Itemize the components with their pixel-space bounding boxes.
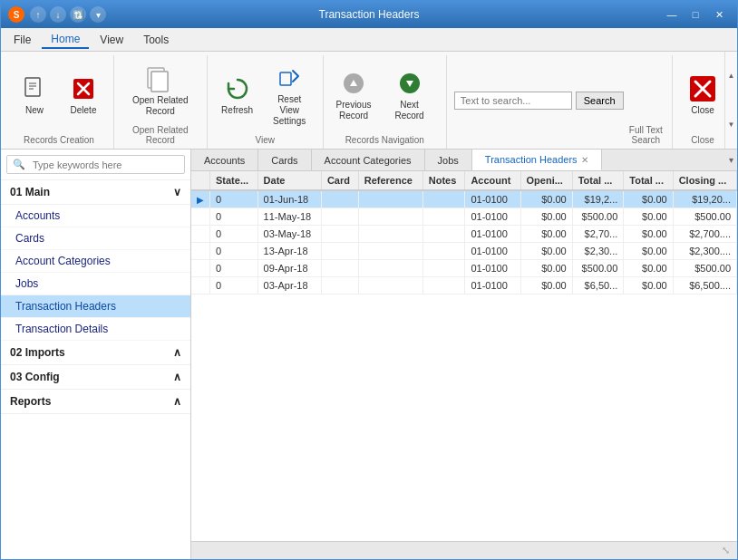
table-row[interactable]: ▶001-Jun-1801-0100$0.00$19,2...$0.00$19,… <box>191 190 737 208</box>
tab-jobs[interactable]: Jobs <box>425 150 472 170</box>
tab-close-icon[interactable]: ✕ <box>581 155 588 165</box>
sidebar-section-main-items: Accounts Cards Account Categories Jobs T… <box>1 205 190 341</box>
table-row[interactable]: 003-May-1801-0100$0.00$2,70...$0.00$2,70… <box>191 226 737 243</box>
sidebar-item-jobs[interactable]: Jobs <box>1 273 190 295</box>
table-cell: 01-0100 <box>465 208 520 226</box>
col-opening[interactable]: Openi... <box>520 171 572 190</box>
ribbon-group-view: Refresh Reset View Settings View <box>208 55 324 149</box>
sidebar-item-account-categories[interactable]: Account Categories <box>1 250 190 273</box>
table-cell: $0.00 <box>520 260 572 277</box>
next-record-button[interactable]: Next Record <box>380 64 438 126</box>
table-cell: $0.00 <box>520 226 572 243</box>
open-related-button[interactable]: Open Related Record <box>124 60 197 121</box>
col-notes[interactable]: Notes <box>422 171 465 190</box>
table-cell: $2,70... <box>572 226 624 243</box>
tab-accounts[interactable]: Accounts <box>191 150 258 170</box>
table-cell <box>358 243 422 260</box>
scroll-up-icon: ▲ <box>728 72 735 80</box>
table-cell <box>358 260 422 277</box>
table-row[interactable]: 011-May-1801-0100$0.00$500.00$0.00$500.0… <box>191 208 737 226</box>
sidebar-section-reports[interactable]: Reports ∧ <box>1 390 190 414</box>
table: State... Date Card Reference Notes Accou… <box>191 171 737 294</box>
table-cell: $2,300.... <box>673 243 736 260</box>
table-cell: $19,2... <box>572 190 624 208</box>
group-label-view: View <box>255 131 275 145</box>
table-cell: 01-0100 <box>465 226 520 243</box>
title-bar: S ↑ ↓ 🔃 ▾ Transaction Headers — □ ✕ <box>1 1 737 28</box>
col-card[interactable]: Card <box>321 171 358 190</box>
table-cell: 01-Jun-18 <box>257 190 321 208</box>
sidebar-search-input[interactable] <box>33 159 179 170</box>
svg-rect-10 <box>280 72 291 85</box>
open-related-label: Open Related Record <box>132 95 189 117</box>
col-indicator[interactable] <box>191 171 210 190</box>
table-cell <box>358 190 422 208</box>
title-icon-2[interactable]: ↓ <box>50 6 66 23</box>
tab-accounts-label: Accounts <box>204 155 245 166</box>
table-cell: $0.00 <box>624 190 673 208</box>
menu-view[interactable]: View <box>91 32 132 48</box>
title-bar-left: S ↑ ↓ 🔃 ▾ <box>8 6 106 23</box>
close-ribbon-icon <box>688 74 717 103</box>
col-total2[interactable]: Total ... <box>624 171 673 190</box>
reset-view-button[interactable]: Reset View Settings <box>264 59 316 131</box>
refresh-button[interactable]: Refresh <box>215 70 260 121</box>
col-total1[interactable]: Total ... <box>572 171 624 190</box>
next-record-icon <box>395 69 424 98</box>
title-icon-3[interactable]: 🔃 <box>70 6 86 23</box>
tab-cards[interactable]: Cards <box>258 150 311 170</box>
minimize-button[interactable]: — <box>661 6 683 23</box>
menu-home[interactable]: Home <box>42 31 89 49</box>
table-body: ▶001-Jun-1801-0100$0.00$19,2...$0.00$19,… <box>191 190 737 294</box>
search-input[interactable] <box>454 92 572 110</box>
ribbon-buttons-view: Refresh Reset View Settings <box>215 59 316 131</box>
title-icon-1[interactable]: ↑ <box>30 6 46 23</box>
group-label-search: Full Text Search <box>627 121 665 145</box>
menu-file[interactable]: File <box>5 32 40 48</box>
tab-transaction-headers[interactable]: Transaction Headers ✕ <box>472 150 602 170</box>
sidebar-section-main[interactable]: 01 Main ∨ <box>1 180 190 205</box>
col-closing[interactable]: Closing ... <box>673 171 736 190</box>
table-row[interactable]: 009-Apr-1801-0100$0.00$500.00$0.00$500.0… <box>191 260 737 277</box>
ribbon-scroll-arrow[interactable]: ▲ ▼ <box>724 52 737 149</box>
sidebar-item-transaction-details[interactable]: Transaction Details <box>1 318 190 341</box>
title-icon-dropdown[interactable]: ▾ <box>90 6 106 23</box>
maximize-button[interactable]: □ <box>685 6 706 23</box>
scroll-down-icon: ▼ <box>728 121 735 129</box>
prev-record-button[interactable]: Previous Record <box>331 64 377 126</box>
sidebar-item-transaction-headers[interactable]: Transaction Headers <box>1 295 190 318</box>
table-cell: $500.00 <box>673 260 736 277</box>
group-label-navigation: Records Navigation <box>345 131 424 145</box>
close-button[interactable]: ✕ <box>708 6 730 23</box>
table-cell: 0 <box>210 243 258 260</box>
table-cell: $6,50... <box>572 277 624 294</box>
menu-tools[interactable]: Tools <box>134 32 178 48</box>
sidebar-section-main-label: 01 Main <box>10 186 50 198</box>
sidebar-item-cards[interactable]: Cards <box>1 227 190 250</box>
table-cell <box>321 208 358 226</box>
tab-transaction-headers-label: Transaction Headers <box>485 154 578 165</box>
ribbon-buttons-open-related: Open Related Record <box>124 59 197 121</box>
table-row[interactable]: 013-Apr-1801-0100$0.00$2,30...$0.00$2,30… <box>191 243 737 260</box>
search-button[interactable]: Search <box>576 92 624 110</box>
table-cell: 13-Apr-18 <box>257 243 321 260</box>
delete-label: Delete <box>71 105 97 116</box>
sidebar-section-config[interactable]: 03 Config ∧ <box>1 365 190 390</box>
sidebar: 🔍 01 Main ∨ Accounts Cards Account Categ… <box>1 150 191 559</box>
table-row[interactable]: 003-Apr-1801-0100$0.00$6,50...$0.00$6,50… <box>191 277 737 294</box>
close-ribbon-button[interactable]: Close <box>680 70 725 121</box>
delete-button[interactable]: Delete <box>61 70 106 121</box>
svg-rect-0 <box>25 78 40 96</box>
sidebar-section-imports[interactable]: 02 Imports ∧ <box>1 341 190 365</box>
col-state[interactable]: State... <box>210 171 258 190</box>
tab-account-categories[interactable]: Account Categories <box>312 150 425 170</box>
table-cell: $0.00 <box>624 260 673 277</box>
col-account[interactable]: Account <box>465 171 520 190</box>
sidebar-item-accounts[interactable]: Accounts <box>1 205 190 227</box>
col-reference[interactable]: Reference <box>358 171 422 190</box>
new-button[interactable]: New <box>12 70 57 121</box>
table-cell <box>191 226 210 243</box>
svg-rect-9 <box>151 72 168 92</box>
tab-dropdown-icon[interactable]: ▾ <box>729 155 733 165</box>
col-date[interactable]: Date <box>257 171 321 190</box>
